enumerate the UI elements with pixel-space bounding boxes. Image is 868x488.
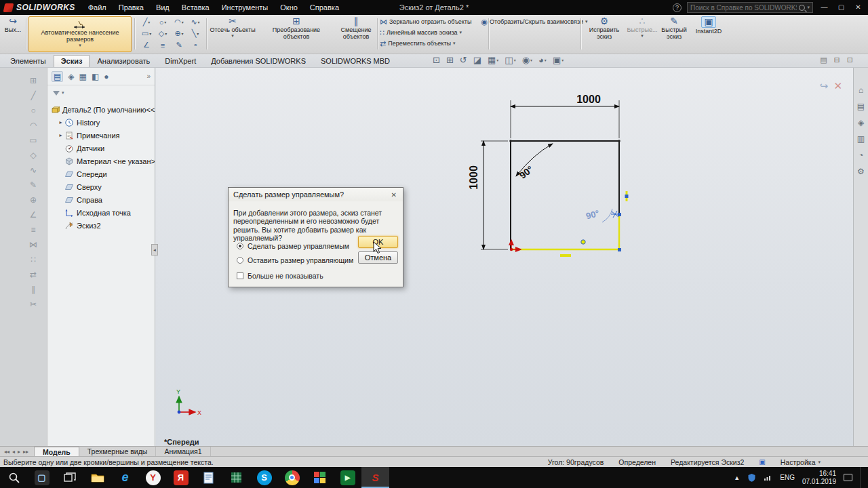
tree-item-origin[interactable]: Исходная точка bbox=[47, 206, 155, 219]
view-settings-icon[interactable]: ▣▾ bbox=[553, 55, 564, 65]
left-toolbar-icon[interactable]: ∥ bbox=[27, 285, 39, 294]
minimize-button[interactable]: — bbox=[818, 0, 830, 15]
sketch-polygon-icon[interactable]: ◇▾ bbox=[155, 28, 171, 39]
zoom-area-icon[interactable]: ⊞ bbox=[446, 55, 454, 65]
menu-help[interactable]: Справка bbox=[304, 0, 345, 15]
sketch-dot-icon[interactable]: ∘ bbox=[187, 39, 203, 51]
tab-sketch[interactable]: Эскиз bbox=[54, 55, 90, 67]
menu-file[interactable]: Файл bbox=[82, 0, 113, 15]
tree-item-top-plane[interactable]: Сверху bbox=[47, 180, 155, 193]
status-custom[interactable]: Настройка ▾ bbox=[781, 458, 821, 466]
tab-animation1[interactable]: Анимация1 bbox=[156, 447, 210, 457]
panel-minimize-icon[interactable]: ⊟ bbox=[834, 56, 840, 64]
tray-shield-icon[interactable] bbox=[747, 473, 756, 482]
sketch-construction-icon[interactable]: ≡ bbox=[155, 39, 171, 51]
taskbar-clock[interactable]: 16:41 07.01.2019 bbox=[802, 470, 836, 485]
tab-evaluate[interactable]: Анализировать bbox=[90, 55, 157, 67]
left-toolbar-icon[interactable]: ✂ bbox=[27, 300, 39, 309]
angle-dimension[interactable]: 90° bbox=[517, 163, 536, 181]
left-toolbar-icon[interactable]: ⇄ bbox=[27, 270, 39, 279]
design-library-icon[interactable]: ▤ bbox=[857, 102, 865, 111]
taskbar-chrome-button[interactable] bbox=[278, 467, 306, 488]
displaymanager-tab-icon[interactable]: ● bbox=[104, 72, 108, 81]
tree-item-sensors[interactable]: Датчики bbox=[47, 142, 155, 155]
search-icon[interactable] bbox=[799, 5, 805, 11]
convert-entities-button[interactable]: ⊞ Преобразование объектов bbox=[259, 16, 334, 52]
help-search[interactable]: ▾ bbox=[687, 2, 813, 13]
radio-icon[interactable] bbox=[237, 257, 243, 264]
left-toolbar-icon[interactable]: ✎ bbox=[27, 180, 39, 190]
left-toolbar-icon[interactable]: ∷ bbox=[27, 255, 39, 264]
tab-addins[interactable]: Добавления SOLIDWORKS bbox=[203, 55, 313, 67]
mirror-entities-button[interactable]: ⋈Зеркально отразить объекты bbox=[380, 16, 471, 27]
vertex-handle[interactable] bbox=[618, 248, 621, 251]
radio-selected-icon[interactable] bbox=[237, 243, 243, 249]
trim-dropdown-icon[interactable]: ▾ bbox=[231, 33, 234, 39]
taskbar-document-app-button[interactable] bbox=[195, 467, 222, 488]
expand-icon[interactable]: ▸ bbox=[57, 132, 64, 138]
dont-show-again-checkbox[interactable]: Больше не показывать bbox=[237, 272, 323, 280]
radio-make-driven[interactable]: Сделать размер управляемым bbox=[237, 242, 349, 250]
left-toolbar-icon[interactable]: ◇ bbox=[27, 150, 39, 160]
midpoint-handle[interactable] bbox=[581, 240, 585, 244]
sketch-line-icon[interactable]: ╱▾ bbox=[138, 16, 155, 28]
tray-network-icon[interactable] bbox=[764, 474, 772, 481]
notification-center-icon[interactable] bbox=[844, 474, 852, 481]
dimension-top[interactable]: 1000 bbox=[576, 94, 601, 105]
panel-expand-icon[interactable]: ⊡ bbox=[847, 56, 853, 64]
taskbar-file-explorer-button[interactable] bbox=[83, 467, 111, 488]
left-toolbar-icon[interactable]: ≡ bbox=[27, 225, 39, 235]
display-style-icon[interactable]: ◫▾ bbox=[505, 55, 515, 65]
taskbar-edge-button[interactable]: e bbox=[111, 467, 139, 488]
taskbar-solidworks-button[interactable]: S bbox=[361, 467, 389, 488]
radio-keep-driving[interactable]: Оставить размер управляющим bbox=[237, 256, 353, 264]
taskbar-yandex-browser-button[interactable]: Y bbox=[139, 467, 167, 488]
tabs-overflow-icon[interactable]: » bbox=[146, 73, 151, 80]
menu-edit[interactable]: Правка bbox=[113, 0, 150, 15]
featuremanager-tab-icon[interactable]: ▤ bbox=[52, 71, 63, 82]
cancel-sketch-icon[interactable]: ✕ bbox=[833, 80, 842, 92]
taskbar-task-view-button[interactable] bbox=[56, 467, 83, 488]
tree-item-material[interactable]: Материал <не указан> bbox=[47, 155, 155, 167]
filter-dropdown-icon[interactable]: ▾ bbox=[62, 90, 64, 96]
left-toolbar-icon[interactable]: ▭ bbox=[27, 136, 39, 145]
close-button[interactable]: ✕ bbox=[852, 0, 864, 15]
panel-pin-icon[interactable]: ▤ bbox=[820, 56, 827, 64]
tab-mbd[interactable]: SOLIDWORKS MBD bbox=[313, 55, 397, 67]
tree-item-front-plane[interactable]: Спереди bbox=[47, 167, 155, 180]
sketch-arc-icon[interactable]: ◠▾ bbox=[171, 16, 187, 28]
left-toolbar-icon[interactable]: ╱ bbox=[27, 91, 39, 100]
file-explorer-icon[interactable]: ◈ bbox=[858, 118, 864, 127]
taskbar-grid-app-button[interactable] bbox=[222, 467, 250, 488]
checkbox-icon[interactable] bbox=[237, 272, 243, 279]
home-icon[interactable]: ⌂ bbox=[859, 85, 863, 95]
rapid-sketch-button[interactable]: ✎ Быстрый эскиз bbox=[658, 16, 690, 52]
left-toolbar-icon[interactable]: ◠ bbox=[27, 121, 39, 130]
tree-item-history[interactable]: ▸ History bbox=[47, 116, 155, 129]
dimension-left[interactable]: 1000 bbox=[468, 165, 479, 190]
repair-sketch-button[interactable]: ⚙ Исправить эскиз bbox=[583, 16, 625, 52]
taskbar-app-window-button[interactable]: ▢ bbox=[28, 467, 56, 488]
tree-filter[interactable]: ▾ bbox=[47, 85, 155, 100]
tree-item-part[interactable]: Деталь2 (По умолчанию<<По... bbox=[47, 103, 155, 116]
tabs-scroll-right-icon[interactable]: ▸ bbox=[18, 449, 20, 455]
linear-pattern-button[interactable]: ∷Линейный массив эскиза▾ bbox=[380, 27, 462, 38]
tab-model[interactable]: Модель bbox=[34, 447, 79, 457]
left-toolbar-icon[interactable]: ⊞ bbox=[27, 76, 39, 85]
propertymanager-tab-icon[interactable]: ◈ bbox=[68, 72, 74, 81]
show-desktop-button[interactable] bbox=[860, 467, 863, 488]
edit-appearance-icon[interactable]: ◕▾ bbox=[538, 55, 547, 65]
taskbar-media-button[interactable]: ▶ bbox=[334, 467, 361, 488]
left-toolbar-icon[interactable]: ∠ bbox=[27, 210, 39, 220]
taskbar-skype-button[interactable]: S bbox=[250, 467, 278, 488]
smart-dimension-button[interactable]: Автоматическое нанесение размеров ▾ bbox=[28, 16, 132, 52]
tabs-scroll-first-icon[interactable]: ◂◂ bbox=[4, 449, 9, 455]
sketch-origin[interactable] bbox=[510, 248, 513, 251]
confirm-exit-sketch-icon[interactable]: ↪ bbox=[820, 80, 829, 92]
left-toolbar-icon[interactable]: ∿ bbox=[27, 165, 39, 175]
left-toolbar-icon[interactable]: ⊕ bbox=[27, 195, 39, 205]
sketch-rectangle-icon[interactable]: ▭▾ bbox=[138, 28, 155, 39]
tabs-scroll-last-icon[interactable]: ▸▸ bbox=[23, 449, 28, 455]
taskbar-search-button[interactable] bbox=[0, 467, 28, 488]
tree-item-annotations[interactable]: ▸ Примечания bbox=[47, 129, 155, 142]
